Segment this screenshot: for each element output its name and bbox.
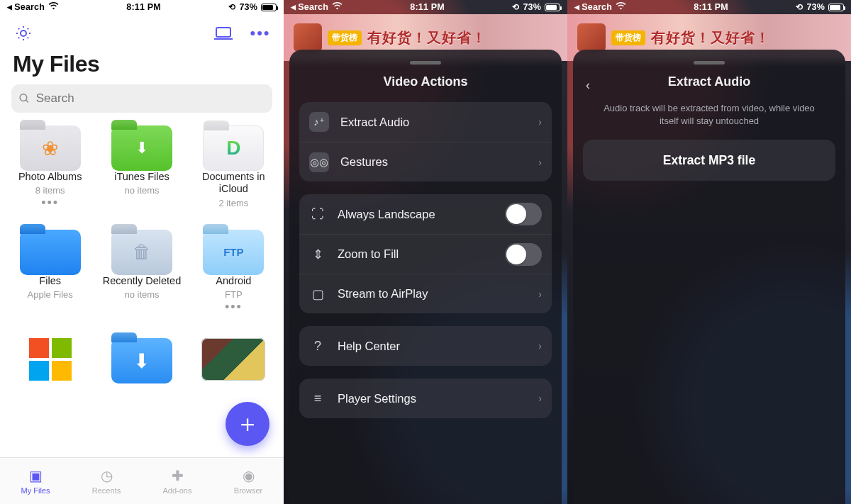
search-icon: [18, 92, 30, 105]
puzzle-icon: ✚: [172, 467, 184, 484]
item-more-button[interactable]: •••: [225, 304, 243, 310]
folder-files[interactable]: Files Apple Files: [7, 230, 93, 310]
add-button[interactable]: ＋: [226, 402, 269, 446]
chevron-right-icon: ›: [538, 340, 542, 352]
status-back-label[interactable]: Search: [298, 2, 328, 12]
chevron-right-icon: ›: [538, 157, 542, 168]
banner-text: 有好货！又好省！: [651, 28, 770, 47]
tab-my-files[interactable]: ▣ My Files: [0, 458, 71, 504]
status-bar: ◀ Search 8:11 PM ⟲ 73%: [0, 0, 284, 14]
extract-mp3-button[interactable]: Extract MP3 file: [583, 140, 835, 181]
wifi-icon: [616, 2, 626, 12]
svg-rect-0: [216, 28, 230, 37]
plus-icon: ＋: [235, 408, 260, 440]
status-back-label[interactable]: Search: [14, 2, 45, 12]
sliders-icon: ≡: [309, 388, 326, 408]
sheet-back-button[interactable]: ‹: [586, 78, 590, 93]
search-input[interactable]: [36, 91, 265, 106]
row-always-landscape[interactable]: ⛶ Always Landscape: [299, 194, 552, 234]
gear-icon: [15, 25, 32, 42]
status-battery-pct: 73%: [239, 2, 257, 12]
back-caret-icon[interactable]: ◀: [574, 4, 579, 11]
toolbar: •••: [0, 14, 284, 48]
tab-browser[interactable]: ◉ Browser: [213, 458, 284, 504]
wifi-icon: [332, 2, 343, 12]
pane-video-actions: ◀ Search 8:11 PM ⟲ 73% 带货榜 有好货！又好省！ Vide…: [284, 0, 567, 504]
help-icon: ?: [309, 336, 326, 356]
folder-downloads[interactable]: ⬇: [99, 338, 184, 383]
row-stream-airplay[interactable]: ▢ Stream to AirPlay ›: [299, 274, 552, 313]
download-icon: ⬇: [111, 338, 172, 383]
tab-addons[interactable]: ✚ Add-ons: [142, 458, 213, 504]
sheet-grabber[interactable]: [694, 61, 725, 65]
extract-audio-sheet: ‹ Extract Audio Audio track will be extr…: [573, 50, 845, 504]
status-battery-pct: 73%: [806, 2, 825, 12]
pane-my-files: ◀ Search 8:11 PM ⟲ 73% ••• My Files: [0, 0, 284, 504]
sheet-grabber[interactable]: [410, 61, 441, 65]
back-caret-icon[interactable]: ◀: [291, 4, 296, 11]
row-player-settings[interactable]: ≡ Player Settings ›: [299, 379, 552, 418]
download-icon: ⬇: [111, 125, 172, 171]
tab-bar: ▣ My Files ◷ Recents ✚ Add-ons ◉ Browser: [0, 457, 284, 504]
sheet-title: Video Actions: [299, 74, 552, 89]
computer-button[interactable]: [213, 23, 234, 44]
back-caret-icon[interactable]: ◀: [7, 4, 12, 11]
folder-photo-albums[interactable]: ❀ Photo Albums 8 items •••: [7, 125, 93, 208]
folder-documents-icloud[interactable]: D Documents in iCloud 2 items: [191, 125, 277, 208]
status-time: 8:11 PM: [410, 2, 445, 12]
pane-extract-audio: ◀ Search 8:11 PM ⟲ 73% 带货榜 有好货！又好省！ ‹ Ex…: [567, 0, 851, 504]
folder-recently-deleted[interactable]: 🗑 Recently Deleted no items: [99, 230, 184, 310]
row-gestures[interactable]: ◎◎ Gestures ›: [299, 142, 552, 181]
folder-microsoft[interactable]: [7, 338, 93, 383]
settings-button[interactable]: [13, 23, 34, 44]
battery-icon: [261, 4, 277, 11]
toggle-always-landscape[interactable]: [505, 203, 542, 225]
banner-art-icon: [294, 23, 322, 52]
wifi-icon: [48, 2, 59, 12]
microsoft-icon: [29, 338, 72, 381]
file-thumbnail[interactable]: [191, 338, 277, 383]
chevron-right-icon: ›: [538, 289, 542, 300]
item-more-button[interactable]: •••: [41, 200, 59, 206]
music-note-icon: ♪⁺: [309, 112, 329, 132]
apple-icon: [20, 230, 81, 275]
more-button[interactable]: •••: [250, 23, 271, 44]
gestures-icon: ◎◎: [309, 152, 329, 172]
tab-recents[interactable]: ◷ Recents: [71, 458, 142, 504]
rotation-lock-icon: ⟲: [228, 2, 235, 12]
status-time: 8:11 PM: [126, 2, 161, 12]
row-help-center[interactable]: ? Help Center ›: [299, 326, 552, 366]
files-grid: ❀ Photo Albums 8 items ••• ⬇ iTunes File…: [0, 125, 284, 310]
ftp-icon: FTP: [203, 230, 264, 275]
documents-app-icon: D: [204, 126, 263, 170]
row-extract-audio[interactable]: ♪⁺ Extract Audio ›: [299, 102, 552, 142]
clock-icon: ◷: [101, 467, 113, 484]
laptop-icon: [214, 26, 233, 40]
status-bar: ◀ Search 8:11 PM ⟲ 73%: [567, 0, 851, 14]
airplay-icon: ▢: [309, 284, 326, 304]
action-group-4: ≡ Player Settings ›: [299, 379, 552, 418]
folder-icon: ▣: [29, 467, 43, 484]
status-back-label[interactable]: Search: [582, 2, 612, 12]
landscape-lock-icon: ⛶: [309, 204, 326, 224]
banner-art-icon: [577, 23, 606, 52]
video-actions-sheet: Video Actions ♪⁺ Extract Audio › ◎◎ Gest…: [289, 50, 562, 504]
status-bar: ◀ Search 8:11 PM ⟲ 73%: [284, 0, 567, 14]
folder-android[interactable]: FTP Android FTP •••: [191, 230, 277, 310]
zoom-fill-icon: ⇕: [309, 245, 326, 264]
photos-icon: ❀: [20, 125, 81, 171]
battery-icon: [828, 4, 844, 11]
folder-itunes-files[interactable]: ⬇ iTunes Files no items: [99, 125, 184, 208]
search-field[interactable]: [11, 84, 272, 113]
sheet-description: Audio track will be extracted from video…: [583, 102, 835, 140]
rotation-lock-icon: ⟲: [512, 2, 519, 12]
toggle-zoom-to-fill[interactable]: [505, 243, 542, 266]
action-group-3: ? Help Center ›: [299, 326, 552, 366]
compass-icon: ◉: [243, 467, 255, 484]
status-battery-pct: 73%: [523, 2, 541, 12]
banner-text: 有好货！又好省！: [367, 28, 486, 47]
row-zoom-to-fill[interactable]: ⇕ Zoom to Fill: [299, 234, 552, 274]
video-thumbnail: [201, 338, 265, 381]
banner-pill: 带货榜: [611, 30, 645, 45]
files-grid-row-2: ⬇: [0, 310, 284, 383]
